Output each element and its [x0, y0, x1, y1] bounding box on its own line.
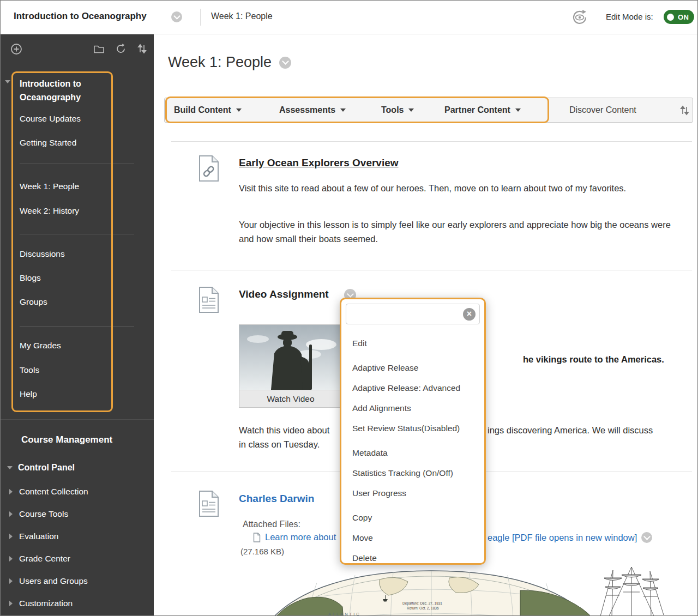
sidebar-item-users-and-groups[interactable]: Users and Groups [9, 576, 88, 586]
map-ocean-label: ATLANTIC [328, 612, 361, 616]
tools-label: Tools [381, 105, 404, 115]
menu-item-adaptive-release-advanced[interactable]: Adaptive Release: Advanced [352, 378, 484, 398]
blackboard-course-page: Introduction to Oceanography Week 1: Peo… [0, 0, 698, 616]
pdf-link-prefix[interactable]: Learn more about [265, 532, 336, 542]
video-description-left: Watch this video about [239, 423, 329, 437]
close-icon[interactable]: × [463, 308, 476, 321]
sidebar-item-grade-center[interactable]: Grade Center [9, 554, 70, 564]
tools-button[interactable]: Tools [381, 98, 414, 122]
sidebar-item-blogs[interactable]: Blogs [20, 273, 41, 283]
chevron-down-icon [408, 108, 414, 112]
map-annotation-departure: Departure: Dec. 27, 1831 [402, 601, 442, 606]
attached-file-row-continued: eagle [PDF file opens in new window] [488, 532, 652, 543]
menu-item-set-review-status[interactable]: Set Review Status(Disabled) [352, 418, 484, 438]
item-description: Your objective in this lesson is to simp… [239, 218, 672, 246]
video-description-right: ings discovering America. We will discus… [488, 423, 653, 437]
menu-item-delete[interactable]: Delete [352, 548, 484, 568]
context-menu-body: Edit Adaptive Release Adaptive Release: … [341, 329, 484, 576]
sidebar-item-customization[interactable]: Customization [9, 599, 73, 608]
sidebar-item-label: Customization [19, 599, 73, 608]
breadcrumb: Week 1: People [211, 11, 273, 21]
course-title: Introduction to Oceanography [14, 11, 147, 22]
menu-item-statistics-tracking[interactable]: Statistics Tracking (On/Off) [352, 463, 484, 483]
sidebar-item-evaluation[interactable]: Evaluation [9, 532, 58, 541]
sidebar-item-content-collection[interactable]: Content Collection [9, 487, 88, 497]
statue-image [239, 325, 342, 390]
collapse-menu-icon[interactable] [5, 80, 10, 83]
menu-item-user-progress[interactable]: User Progress [352, 483, 484, 503]
text-document-icon [198, 490, 220, 520]
chevron-right-icon [9, 511, 13, 517]
sidebar-item-week-2-history[interactable]: Week 2: History [20, 206, 79, 216]
student-preview-icon[interactable] [569, 9, 591, 28]
reorder-icon[interactable] [137, 43, 147, 57]
chevron-right-icon [9, 578, 13, 584]
sidebar-item-course-updates[interactable]: Course Updates [20, 114, 81, 124]
sidebar-item-week-1-people[interactable]: Week 1: People [20, 182, 79, 191]
sidebar-item-label: Users and Groups [19, 576, 88, 586]
chevron-right-icon [9, 534, 13, 539]
item-title[interactable]: Video Assignment [239, 288, 329, 300]
header-divider [200, 9, 201, 26]
sidebar-item-label: Grade Center [19, 554, 70, 564]
menu-item-edit[interactable]: Edit [352, 333, 484, 353]
partner-content-label: Partner Content [444, 105, 510, 115]
sidebar-item-label: Evaluation [19, 532, 58, 541]
sidebar-item-control-panel[interactable]: Control Panel [7, 463, 75, 473]
file-icon [253, 533, 261, 542]
sidebar-item-my-grades[interactable]: My Grades [20, 341, 61, 351]
folder-view-icon[interactable] [93, 44, 105, 56]
page-title-row: Week 1: People [168, 54, 291, 71]
top-header: Introduction to Oceanography Week 1: Peo… [1, 1, 697, 34]
sidebar-item-tools[interactable]: Tools [20, 365, 39, 375]
pdf-link-suffix[interactable]: eagle [PDF file opens in new window] [488, 533, 637, 543]
edit-mode-toggle[interactable]: ON [664, 10, 694, 24]
menu-item-metadata[interactable]: Metadata [352, 443, 484, 463]
video-description-line2: in class on Tuesday. [239, 437, 320, 451]
item-title-link[interactable]: Charles Darwin [239, 493, 314, 505]
assessments-label: Assessments [279, 105, 335, 115]
reorder-items-icon[interactable] [679, 98, 690, 122]
chevron-down-icon [7, 466, 13, 469]
add-menu-item-icon[interactable] [10, 43, 22, 57]
file-size: (27.168 KB) [240, 547, 284, 556]
discover-content-button[interactable]: Discover Content [569, 98, 636, 122]
menu-item-move[interactable]: Move [352, 528, 484, 548]
sidebar-item-getting-started[interactable]: Getting Started [20, 138, 76, 148]
page-title: Week 1: People [168, 54, 272, 71]
menu-item-add-alignments[interactable]: Add Alignments [352, 398, 484, 418]
chevron-right-icon [9, 601, 13, 606]
sidebar: Introduction to Oceanography Course Upda… [1, 34, 154, 615]
course-title-menu-chevron-icon[interactable] [171, 11, 182, 22]
edit-mode-value: ON [678, 13, 689, 21]
partner-content-button[interactable]: Partner Content [444, 98, 521, 122]
file-options-chevron-icon[interactable] [641, 532, 652, 543]
menu-item-adaptive-release[interactable]: Adaptive Release [352, 358, 484, 378]
item-title-link[interactable]: Early Ocean Explorers Overview [239, 157, 399, 169]
build-content-button[interactable]: Build Content [174, 98, 242, 122]
sidebar-item-discussions[interactable]: Discussions [20, 249, 65, 259]
edit-mode-toggle-dot [667, 14, 674, 21]
sidebar-item-course-tools[interactable]: Course Tools [9, 509, 68, 519]
menu-item-copy[interactable]: Copy [352, 508, 484, 528]
sidebar-item-groups[interactable]: Groups [20, 297, 47, 307]
discover-content-label: Discover Content [569, 105, 636, 115]
link-document-icon [198, 155, 220, 184]
context-menu-header: × [346, 304, 480, 324]
video-thumbnail[interactable]: Watch Video [239, 324, 342, 408]
watch-video-label[interactable]: Watch Video [239, 390, 342, 407]
ship-illustration [598, 566, 666, 616]
map-annotation-return: Return: Oct. 2, 1836 [407, 606, 439, 610]
assessments-button[interactable]: Assessments [279, 98, 346, 122]
content-item-early-ocean-explorers: Early Ocean Explorers Overview Visit thi… [171, 142, 692, 270]
item-context-menu: × Edit Adaptive Release Adaptive Release… [340, 298, 486, 565]
page-title-menu-chevron-icon[interactable] [279, 57, 291, 69]
control-panel-label: Control Panel [18, 463, 75, 473]
item-description: Visit this site to read about a few of o… [239, 181, 640, 195]
sidebar-item-label: Course Tools [19, 509, 68, 519]
chevron-right-icon [9, 489, 13, 494]
sidebar-menu-title[interactable]: Introduction to Oceanography [20, 77, 101, 104]
sidebar-item-help[interactable]: Help [20, 389, 37, 399]
refresh-icon[interactable] [115, 43, 127, 57]
build-content-label: Build Content [174, 105, 231, 115]
